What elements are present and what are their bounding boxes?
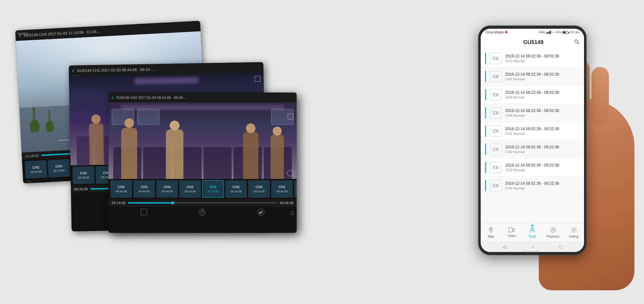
ch-thumb-CH1-09:14:08[interactable]: CH109:14:08 xyxy=(179,180,201,198)
tablet-back-speed: 79KB/S xyxy=(17,32,28,36)
ch-thumb-CH2-08:44:08[interactable]: CH208:44:08 xyxy=(110,180,132,198)
svg-rect-12 xyxy=(493,148,497,151)
svg-rect-6 xyxy=(493,93,497,96)
nav-icon-setting xyxy=(571,227,577,234)
rec-info-5: 2016-12-14 08:52:38 - 09:22:38 CH2 Norma… xyxy=(505,145,574,154)
rec-datetime-7: 2016-12-14 08:52:38 - 09:22:38 xyxy=(505,181,574,186)
rec-blue-line xyxy=(485,125,486,137)
rec-datetime-4: 2016-12-14 08:52:38 - 09:22:38 xyxy=(505,127,574,131)
svg-point-9 xyxy=(494,113,495,114)
rec-info-7: 2016-12-14 08:52:38 - 09:22:38 CH4 Norma… xyxy=(505,181,574,190)
rec-info-6: 2016-12-14 08:52:38 - 09:22:38 CH3 Norma… xyxy=(505,163,574,172)
carrier-icon xyxy=(505,31,507,33)
battery-percent: 62% xyxy=(556,31,561,34)
nav-item-playback[interactable]: Playback xyxy=(543,223,563,241)
rec-channel-2: CH3 Normal xyxy=(505,95,574,99)
rec-datetime-0: 2016-12-14 08:22:38 - 08:52:38 xyxy=(505,54,574,58)
svg-line-1 xyxy=(578,43,579,44)
nav-active-dot xyxy=(531,225,533,226)
rec-blue-line xyxy=(485,107,486,119)
tablet-front[interactable]: ‹ GU5149 CH2 2017-01-03 09:14:08 - 09:44… xyxy=(108,93,297,233)
nav-item-video[interactable]: Video xyxy=(501,223,522,241)
tablet-back-title: GU5149 CH4 2017-01-03 11:14:08 - 11:44:.… xyxy=(24,29,100,38)
rec-camera-icon xyxy=(490,180,501,191)
timeline-track-front[interactable] xyxy=(128,202,277,204)
ch-thumb-CH3-08:44:08[interactable]: CH308:44:08 xyxy=(133,180,155,198)
time-display: 2:57 pm xyxy=(569,31,580,34)
svg-rect-10 xyxy=(493,130,497,133)
android-back[interactable]: ◁ xyxy=(503,244,506,249)
status-right: 13B/s ∿ 62% 2:57 pm xyxy=(538,31,580,34)
search-button[interactable] xyxy=(574,39,580,46)
front-skip-btn[interactable]: △ xyxy=(290,209,294,215)
recording-item-5[interactable]: 2016-12-14 08:52:38 - 09:22:38 CH2 Norma… xyxy=(481,140,584,159)
rec-info-3: 2016-12-14 08:22:38 - 08:52:38 CH4 Norma… xyxy=(505,108,574,117)
rec-camera-icon xyxy=(490,53,501,64)
rec-camera-icon xyxy=(490,107,501,119)
svg-point-23 xyxy=(573,229,575,231)
ch-mid-ch2[interactable]: CH2 08:44:08 xyxy=(72,166,94,184)
svg-point-22 xyxy=(552,229,554,231)
svg-point-18 xyxy=(490,228,492,230)
nav-item-map[interactable]: Map xyxy=(481,223,501,241)
ch-thumb-CH1-09:44:08[interactable]: CH109:44:08 xyxy=(271,180,293,198)
front-camera-btn[interactable] xyxy=(199,209,206,216)
recording-item-0[interactable]: 2016-12-14 08:22:38 - 08:52:38 CH1 Norma… xyxy=(481,49,584,68)
phone-brand: HUAWEI xyxy=(478,250,587,253)
front-volume-btn[interactable]: 🔊 xyxy=(257,209,264,216)
front-time-start: 09:14:08 xyxy=(112,201,125,205)
ch-thumb-ch3-back[interactable]: CH3 08:14:08 xyxy=(48,159,70,177)
svg-rect-14 xyxy=(493,166,497,169)
tablet-back-corner-btn[interactable] xyxy=(192,44,198,51)
wifi-icon: ∿ xyxy=(552,31,555,34)
rec-datetime-2: 2016-12-14 08:22:38 - 08:52:38 xyxy=(505,90,574,95)
checkbox-back[interactable] xyxy=(26,181,31,183)
ch-thumb-ch2-back[interactable]: CH2 08:44:08 xyxy=(25,160,47,179)
ch-thumb-CH3-09:14:08[interactable]: CH309:14:08 xyxy=(225,180,247,198)
rec-camera-icon xyxy=(490,125,501,137)
nav-icon-track xyxy=(529,227,536,234)
recording-item-6[interactable]: 2016-12-14 08:52:38 - 09:22:38 CH3 Norma… xyxy=(481,159,584,177)
tablet-front-video xyxy=(108,102,297,179)
recording-item-1[interactable]: 2016-12-14 08:22:38 - 08:52:38 CH2 Norma… xyxy=(481,68,584,86)
android-recent[interactable]: □ xyxy=(559,244,562,249)
tablet-mid-time: 08:44:08 xyxy=(74,187,88,191)
rec-arrow-7: › xyxy=(578,183,580,188)
svg-rect-8 xyxy=(493,112,497,115)
phone-area: China Mobile 13B/s ∿ 62% xyxy=(472,13,625,290)
recording-item-7[interactable]: 2016-12-14 08:52:38 - 09:22:38 CH4 Norma… xyxy=(481,177,584,195)
svg-rect-19 xyxy=(509,228,513,232)
ch-thumb-CH4-08:44:08[interactable]: CH408:44:08 xyxy=(156,180,178,198)
signal-icon xyxy=(546,31,551,34)
android-home[interactable]: ○ xyxy=(531,244,534,249)
mid-back-icon[interactable]: ‹ xyxy=(72,67,74,74)
recording-item-2[interactable]: 2016-12-14 08:22:38 - 08:52:38 CH3 Norma… xyxy=(481,86,584,104)
recording-item-3[interactable]: 2016-12-14 08:22:38 - 08:52:38 CH4 Norma… xyxy=(481,104,584,122)
front-checkbox[interactable] xyxy=(141,209,147,215)
nav-label-video: Video xyxy=(507,234,515,238)
svg-point-11 xyxy=(494,131,495,132)
ch-thumb-CH2-09:14:08[interactable]: CH209:14:08 xyxy=(202,180,224,198)
nav-icon-playback xyxy=(550,227,556,234)
rec-arrow-5: › xyxy=(578,147,580,152)
ch-thumb-CH4-09:14:08[interactable]: CH409:14:08 xyxy=(248,180,270,198)
ch-thumb-CH2-09:44:08[interactable]: CH209:44:08 xyxy=(294,180,297,198)
nav-item-setting[interactable]: Setting xyxy=(563,223,584,241)
rec-arrow-1: › xyxy=(578,74,580,79)
rec-datetime-1: 2016-12-14 08:22:38 - 08:52:38 xyxy=(505,72,574,77)
rec-camera-icon xyxy=(490,144,501,155)
recording-item-4[interactable]: 2016-12-14 08:52:38 - 09:22:38 CH1 Norma… xyxy=(481,122,584,140)
front-circle-btn[interactable] xyxy=(287,170,293,176)
app-title: GU5149 xyxy=(493,39,574,46)
tablet-mid-title: GU5149 CH2 2017-01-03 08:44:08 - 09:14:.… xyxy=(77,67,154,73)
svg-rect-4 xyxy=(493,75,497,78)
tablet-mid-corner-btn[interactable] xyxy=(255,76,260,82)
front-corner-btn[interactable] xyxy=(288,114,293,119)
recording-list: 2016-12-14 08:22:38 - 08:52:38 CH1 Norma… xyxy=(481,49,584,223)
rec-datetime-3: 2016-12-14 08:22:38 - 08:52:38 xyxy=(505,108,574,113)
nav-item-track[interactable]: Track xyxy=(522,223,543,241)
rec-arrow-0: › xyxy=(578,56,580,61)
front-back-icon[interactable]: ‹ xyxy=(112,94,114,101)
svg-point-3 xyxy=(494,58,495,59)
rec-channel-0: CH1 Normal xyxy=(505,59,574,63)
